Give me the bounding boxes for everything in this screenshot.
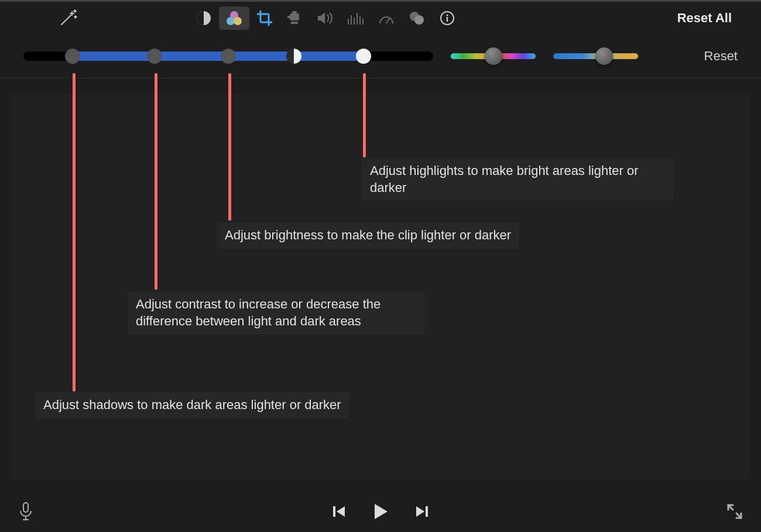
previous-icon[interactable] (331, 503, 347, 520)
callout-contrast: Adjust contrast to increase or decrease … (128, 291, 425, 334)
shadows-handle[interactable] (65, 49, 80, 64)
callout-shadows: Adjust shadows to make dark areas lighte… (35, 392, 349, 418)
callout-line-highlights (363, 73, 366, 157)
playback-controls (331, 502, 430, 521)
svg-rect-30 (447, 17, 448, 22)
color-filter-icon[interactable] (402, 6, 432, 30)
preview-area (12, 94, 749, 480)
contrast-handle[interactable] (147, 49, 162, 64)
volume-icon[interactable] (310, 6, 341, 30)
play-icon[interactable] (371, 502, 390, 521)
next-icon[interactable] (414, 503, 430, 520)
svg-point-29 (446, 14, 448, 16)
brightness-handle[interactable] (221, 49, 236, 64)
app-window: Reset All Reset Adjust highlights to mak… (0, 0, 761, 532)
stabilization-icon[interactable] (280, 6, 310, 30)
fullscreen-icon[interactable] (726, 503, 743, 520)
saturation-slider[interactable] (451, 49, 536, 63)
svg-rect-18 (291, 22, 298, 24)
svg-point-10 (234, 17, 242, 25)
mic-icon[interactable] (18, 501, 34, 522)
callout-brightness: Adjust brightness to make the clip light… (217, 222, 519, 249)
highlights-handle[interactable] (356, 49, 371, 64)
callout-line-contrast (155, 73, 157, 290)
info-icon[interactable] (432, 6, 462, 30)
svg-point-27 (414, 15, 424, 25)
svg-point-9 (227, 17, 235, 25)
temperature-slider[interactable] (553, 49, 638, 63)
inspector-toolbar: Reset All (0, 2, 761, 34)
color-slider-row: Reset (0, 34, 761, 78)
callout-line-brightness (228, 73, 231, 221)
svg-line-25 (386, 18, 390, 23)
svg-rect-16 (287, 16, 290, 18)
midtones-handle[interactable] (286, 49, 301, 64)
svg-rect-34 (333, 506, 335, 517)
temperature-handle[interactable] (595, 47, 613, 65)
multi-point-slider[interactable] (23, 49, 433, 63)
noise-reduction-icon[interactable] (341, 6, 371, 30)
svg-line-0 (61, 15, 71, 25)
color-balance-icon[interactable] (188, 6, 219, 30)
slider-active-track (73, 52, 364, 61)
reset-all-button[interactable]: Reset All (671, 8, 738, 28)
callout-line-shadows (73, 73, 76, 392)
color-correction-icon[interactable] (219, 6, 249, 30)
callout-highlights: Adjust highlights to make bright areas l… (362, 158, 674, 201)
svg-rect-15 (290, 13, 299, 20)
svg-rect-17 (292, 11, 297, 13)
playback-footer (0, 491, 761, 532)
speed-icon[interactable] (371, 6, 402, 30)
svg-rect-35 (426, 506, 428, 517)
crop-icon[interactable] (249, 6, 280, 30)
svg-rect-31 (23, 503, 28, 512)
reset-button[interactable]: Reset (704, 49, 738, 64)
enhance-icon[interactable] (53, 6, 83, 30)
saturation-handle[interactable] (485, 47, 502, 65)
